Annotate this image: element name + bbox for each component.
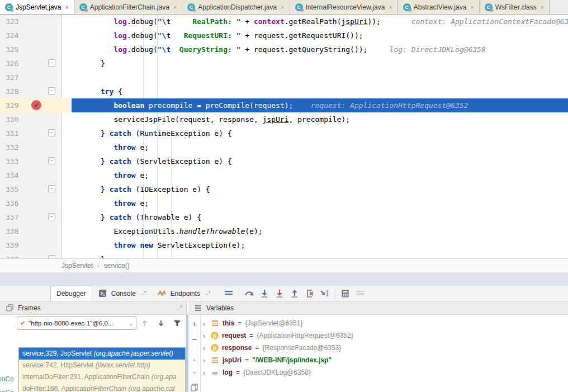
fold-marker-icon[interactable]: −: [48, 87, 55, 95]
close-icon[interactable]: ×: [541, 4, 544, 11]
gutter-line-330[interactable]: 330: [0, 112, 72, 126]
gutter-line-323[interactable]: 323: [0, 15, 72, 29]
layout-settings-icon[interactable]: [356, 289, 366, 299]
gutter-line-329[interactable]: 329✔: [0, 98, 72, 112]
editor-tab-abstractview-java[interactable]: CAbstractView.java×: [398, 0, 480, 14]
debug-tab-debugger[interactable]: Debugger: [50, 286, 92, 301]
code-line-340[interactable]: }: [72, 252, 568, 258]
fold-marker-icon[interactable]: −: [48, 213, 55, 220]
variable-row-jspUri[interactable]: ›jspUri = "/WEB-INF/jsp/index.jsp": [203, 354, 332, 366]
frame-row-2[interactable]: internalDoFilter:231, ApplicationFilterC…: [19, 371, 185, 383]
code-line-323[interactable]: log.debug("\t RealPath: " + context.getR…: [72, 15, 568, 29]
code-line-336[interactable]: throw e;: [72, 196, 568, 210]
add-watch-button[interactable]: +: [188, 318, 200, 329]
evaluate-expression-icon[interactable]: [340, 289, 351, 299]
editor-tab-jspservlet-java[interactable]: CJspServlet.java×: [0, 0, 74, 14]
code-line-325[interactable]: log.debug("\t QueryString: " + request.g…: [72, 42, 568, 56]
expand-chevron-icon[interactable]: ›: [203, 344, 207, 352]
debug-tab-endpoints[interactable]: Endpoints→*: [152, 286, 216, 301]
step-out-icon[interactable]: [290, 289, 300, 299]
copy-icon[interactable]: [188, 382, 200, 392]
gutter-line-334[interactable]: 334: [0, 168, 72, 182]
frames-pin-icon[interactable]: →*: [175, 305, 182, 311]
editor-code-area[interactable]: log.debug("\t RealPath: " + context.getR…: [72, 15, 568, 258]
line-number: 329: [6, 98, 25, 112]
code-line-331[interactable]: } catch (RuntimeException e) {: [72, 126, 568, 140]
menu-icon[interactable]: [224, 289, 234, 299]
gutter-line-324[interactable]: 324: [0, 29, 72, 42]
scroll-up-button[interactable]: ▲: [188, 354, 200, 365]
gutter-line-327[interactable]: 327: [0, 70, 72, 84]
gutter-line-338[interactable]: 338: [0, 224, 72, 238]
frame-row-0[interactable]: service:329, JspServlet (org.apache.jasp…: [19, 348, 185, 360]
code-line-337[interactable]: } catch (Throwable e) {: [72, 210, 568, 224]
variable-row-log[interactable]: ›∞log = {DirectJDKLog@6358}: [203, 366, 311, 379]
editor-tab-internalresourceview-java[interactable]: CInternalResourceView.java×: [290, 0, 398, 14]
editor-tab-applicationdispatcher-java[interactable]: CApplicationDispatcher.java×: [182, 0, 290, 14]
editor-gutter[interactable]: 323324325326−327328−329✔330331−332333−33…: [0, 15, 72, 258]
step-into-icon[interactable]: [259, 289, 269, 299]
gutter-line-335[interactable]: 335−: [0, 182, 72, 196]
variable-row-this[interactable]: ›this = {JspServlet@6351}: [203, 317, 302, 329]
close-icon[interactable]: ×: [173, 4, 177, 11]
frame-up-button[interactable]: [139, 318, 150, 329]
gutter-line-339[interactable]: 339: [0, 238, 72, 252]
breakpoint-icon[interactable]: ✔: [31, 100, 41, 110]
gutter-line-326[interactable]: 326−: [0, 56, 72, 70]
gutter-line-331[interactable]: 331−: [0, 126, 72, 140]
close-icon[interactable]: ×: [281, 4, 284, 11]
variable-row-request[interactable]: ›prequest = {ApplicationHttpRequest@6352…: [203, 329, 353, 342]
code-line-324[interactable]: log.debug("\t RequestURI: " + request.ge…: [72, 29, 568, 42]
code-line-338[interactable]: ExceptionUtils.handleThrowable(e);: [72, 224, 568, 238]
gutter-line-325[interactable]: 325: [0, 42, 72, 56]
gutter-line-333[interactable]: 333−: [0, 154, 72, 168]
expand-chevron-icon[interactable]: ›: [203, 356, 207, 365]
close-icon[interactable]: ×: [470, 4, 474, 11]
force-step-into-icon[interactable]: [274, 289, 285, 299]
close-icon[interactable]: ×: [389, 4, 392, 11]
fold-marker-icon[interactable]: −: [48, 185, 55, 192]
code-line-327[interactable]: [72, 70, 568, 84]
thread-selector[interactable]: ✔ "http-nio-8080-exec-1"@6,0... ⌄: [17, 317, 136, 330]
code-line-334[interactable]: throw e;: [72, 168, 568, 182]
run-to-cursor-icon[interactable]: [320, 289, 330, 299]
code-line-326[interactable]: }: [72, 56, 568, 70]
close-icon[interactable]: ×: [65, 4, 68, 11]
code-line-332[interactable]: throw e;: [72, 140, 568, 154]
fold-marker-icon[interactable]: −: [48, 255, 55, 258]
breadcrumb-method[interactable]: service(): [104, 262, 130, 270]
code-line-328[interactable]: try {: [72, 84, 568, 98]
code-segment: [74, 171, 113, 180]
expand-chevron-icon[interactable]: ›: [203, 369, 207, 377]
gutter-line-337[interactable]: 337−: [0, 210, 72, 224]
gutter-line-328[interactable]: 328−: [0, 84, 72, 98]
frame-row-3[interactable]: doFilter:166, ApplicationFilterChain (or…: [19, 383, 185, 392]
expand-chevron-icon[interactable]: ›: [203, 319, 207, 328]
code-line-339[interactable]: throw new ServletException(e);: [72, 238, 568, 252]
frame-row-1[interactable]: service:742, HttpServlet (javax.servlet.…: [19, 360, 185, 371]
code-editor[interactable]: 323324325326−327328−329✔330331−332333−33…: [0, 15, 568, 258]
gutter-line-336[interactable]: 336: [0, 196, 72, 210]
editor-tab-wsfilter-class[interactable]: CWsFilter.class×: [480, 0, 550, 14]
gutter-line-332[interactable]: 332: [0, 140, 72, 154]
thread-selector-label: "http-nio-8080-exec-1"@6,0...: [29, 320, 113, 327]
debug-tab-console[interactable]: Console→*: [92, 286, 152, 301]
breadcrumb-class[interactable]: JspServlet: [61, 262, 93, 270]
fold-marker-icon[interactable]: −: [48, 129, 55, 136]
drop-frame-icon[interactable]: [305, 289, 315, 299]
step-over-icon[interactable]: [244, 289, 254, 299]
filter-frames-icon[interactable]: [172, 318, 183, 329]
gutter-line-340[interactable]: 340−: [0, 252, 72, 258]
expand-chevron-icon[interactable]: ›: [203, 332, 207, 340]
scroll-down-button[interactable]: ▼: [188, 367, 200, 379]
code-line-330[interactable]: serviceJspFile(request, response, jspUri…: [72, 112, 568, 126]
code-line-329[interactable]: boolean precompile = preCompile(request)…: [72, 98, 568, 112]
fold-marker-icon[interactable]: −: [48, 157, 55, 164]
editor-tab-applicationfilterchain-java[interactable]: CApplicationFilterChain.java×: [74, 0, 183, 14]
code-line-333[interactable]: } catch (ServletException e) {: [72, 154, 568, 168]
fold-marker-icon[interactable]: −: [48, 59, 55, 67]
code-line-335[interactable]: } catch (IOException e) {: [72, 182, 568, 196]
frame-down-button[interactable]: [155, 318, 167, 329]
variable-row-response[interactable]: ›presponse = {ResponseFacade@6353}: [203, 342, 341, 354]
remove-watch-button[interactable]: −: [188, 334, 200, 345]
